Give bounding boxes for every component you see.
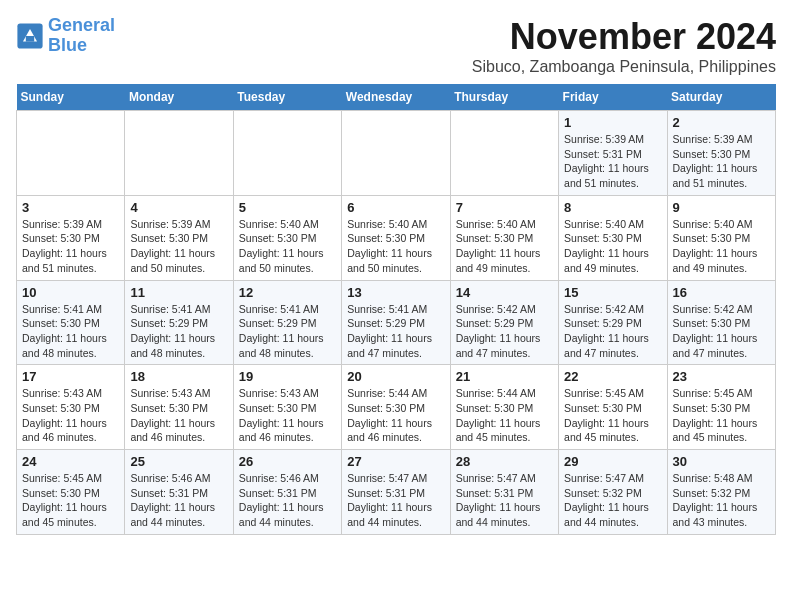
day-number: 11 — [130, 285, 227, 300]
calendar-cell: 27Sunrise: 5:47 AM Sunset: 5:31 PM Dayli… — [342, 450, 450, 535]
day-number: 29 — [564, 454, 661, 469]
day-info: Sunrise: 5:40 AM Sunset: 5:30 PM Dayligh… — [564, 217, 661, 276]
day-info: Sunrise: 5:43 AM Sunset: 5:30 PM Dayligh… — [130, 386, 227, 445]
calendar-cell — [342, 111, 450, 196]
logo-line2: Blue — [48, 36, 115, 56]
day-number: 2 — [673, 115, 770, 130]
calendar-cell: 19Sunrise: 5:43 AM Sunset: 5:30 PM Dayli… — [233, 365, 341, 450]
day-number: 21 — [456, 369, 553, 384]
day-info: Sunrise: 5:45 AM Sunset: 5:30 PM Dayligh… — [673, 386, 770, 445]
calendar-cell: 23Sunrise: 5:45 AM Sunset: 5:30 PM Dayli… — [667, 365, 775, 450]
day-info: Sunrise: 5:41 AM Sunset: 5:29 PM Dayligh… — [347, 302, 444, 361]
logo-icon — [16, 22, 44, 50]
day-info: Sunrise: 5:41 AM Sunset: 5:30 PM Dayligh… — [22, 302, 119, 361]
day-number: 6 — [347, 200, 444, 215]
logo-line1: General — [48, 15, 115, 35]
week-row-2: 10Sunrise: 5:41 AM Sunset: 5:30 PM Dayli… — [17, 280, 776, 365]
day-info: Sunrise: 5:47 AM Sunset: 5:31 PM Dayligh… — [456, 471, 553, 530]
day-number: 7 — [456, 200, 553, 215]
day-info: Sunrise: 5:44 AM Sunset: 5:30 PM Dayligh… — [456, 386, 553, 445]
day-info: Sunrise: 5:40 AM Sunset: 5:30 PM Dayligh… — [673, 217, 770, 276]
day-info: Sunrise: 5:39 AM Sunset: 5:30 PM Dayligh… — [130, 217, 227, 276]
week-row-3: 17Sunrise: 5:43 AM Sunset: 5:30 PM Dayli… — [17, 365, 776, 450]
calendar-cell — [125, 111, 233, 196]
day-number: 15 — [564, 285, 661, 300]
logo-text: General Blue — [48, 16, 115, 56]
day-info: Sunrise: 5:39 AM Sunset: 5:30 PM Dayligh… — [673, 132, 770, 191]
day-number: 27 — [347, 454, 444, 469]
calendar-cell: 1Sunrise: 5:39 AM Sunset: 5:31 PM Daylig… — [559, 111, 667, 196]
header-friday: Friday — [559, 84, 667, 111]
day-number: 17 — [22, 369, 119, 384]
day-number: 25 — [130, 454, 227, 469]
calendar-cell: 3Sunrise: 5:39 AM Sunset: 5:30 PM Daylig… — [17, 195, 125, 280]
week-row-4: 24Sunrise: 5:45 AM Sunset: 5:30 PM Dayli… — [17, 450, 776, 535]
calendar-cell: 29Sunrise: 5:47 AM Sunset: 5:32 PM Dayli… — [559, 450, 667, 535]
day-number: 10 — [22, 285, 119, 300]
day-info: Sunrise: 5:41 AM Sunset: 5:29 PM Dayligh… — [239, 302, 336, 361]
day-info: Sunrise: 5:40 AM Sunset: 5:30 PM Dayligh… — [347, 217, 444, 276]
day-number: 22 — [564, 369, 661, 384]
calendar-cell — [17, 111, 125, 196]
day-info: Sunrise: 5:39 AM Sunset: 5:30 PM Dayligh… — [22, 217, 119, 276]
calendar-cell: 25Sunrise: 5:46 AM Sunset: 5:31 PM Dayli… — [125, 450, 233, 535]
day-number: 24 — [22, 454, 119, 469]
calendar-cell: 28Sunrise: 5:47 AM Sunset: 5:31 PM Dayli… — [450, 450, 558, 535]
calendar-cell: 14Sunrise: 5:42 AM Sunset: 5:29 PM Dayli… — [450, 280, 558, 365]
header-tuesday: Tuesday — [233, 84, 341, 111]
calendar-title: November 2024 — [472, 16, 776, 58]
day-number: 1 — [564, 115, 661, 130]
day-info: Sunrise: 5:44 AM Sunset: 5:30 PM Dayligh… — [347, 386, 444, 445]
calendar-cell: 18Sunrise: 5:43 AM Sunset: 5:30 PM Dayli… — [125, 365, 233, 450]
day-number: 18 — [130, 369, 227, 384]
day-number: 23 — [673, 369, 770, 384]
calendar-table: SundayMondayTuesdayWednesdayThursdayFrid… — [16, 84, 776, 535]
day-info: Sunrise: 5:46 AM Sunset: 5:31 PM Dayligh… — [130, 471, 227, 530]
week-row-1: 3Sunrise: 5:39 AM Sunset: 5:30 PM Daylig… — [17, 195, 776, 280]
calendar-cell: 12Sunrise: 5:41 AM Sunset: 5:29 PM Dayli… — [233, 280, 341, 365]
svg-rect-2 — [26, 36, 34, 42]
day-info: Sunrise: 5:47 AM Sunset: 5:31 PM Dayligh… — [347, 471, 444, 530]
calendar-subtitle: Sibuco, Zamboanga Peninsula, Philippines — [472, 58, 776, 76]
calendar-cell: 17Sunrise: 5:43 AM Sunset: 5:30 PM Dayli… — [17, 365, 125, 450]
day-number: 30 — [673, 454, 770, 469]
calendar-cell: 11Sunrise: 5:41 AM Sunset: 5:29 PM Dayli… — [125, 280, 233, 365]
calendar-cell: 4Sunrise: 5:39 AM Sunset: 5:30 PM Daylig… — [125, 195, 233, 280]
calendar-cell: 10Sunrise: 5:41 AM Sunset: 5:30 PM Dayli… — [17, 280, 125, 365]
day-number: 4 — [130, 200, 227, 215]
header-monday: Monday — [125, 84, 233, 111]
week-row-0: 1Sunrise: 5:39 AM Sunset: 5:31 PM Daylig… — [17, 111, 776, 196]
day-info: Sunrise: 5:42 AM Sunset: 5:29 PM Dayligh… — [564, 302, 661, 361]
day-number: 5 — [239, 200, 336, 215]
day-info: Sunrise: 5:48 AM Sunset: 5:32 PM Dayligh… — [673, 471, 770, 530]
day-info: Sunrise: 5:45 AM Sunset: 5:30 PM Dayligh… — [564, 386, 661, 445]
header-sunday: Sunday — [17, 84, 125, 111]
day-number: 8 — [564, 200, 661, 215]
day-info: Sunrise: 5:40 AM Sunset: 5:30 PM Dayligh… — [456, 217, 553, 276]
day-info: Sunrise: 5:41 AM Sunset: 5:29 PM Dayligh… — [130, 302, 227, 361]
calendar-cell: 20Sunrise: 5:44 AM Sunset: 5:30 PM Dayli… — [342, 365, 450, 450]
day-info: Sunrise: 5:47 AM Sunset: 5:32 PM Dayligh… — [564, 471, 661, 530]
header-thursday: Thursday — [450, 84, 558, 111]
calendar-cell: 30Sunrise: 5:48 AM Sunset: 5:32 PM Dayli… — [667, 450, 775, 535]
day-info: Sunrise: 5:42 AM Sunset: 5:29 PM Dayligh… — [456, 302, 553, 361]
header-wednesday: Wednesday — [342, 84, 450, 111]
calendar-cell: 9Sunrise: 5:40 AM Sunset: 5:30 PM Daylig… — [667, 195, 775, 280]
day-number: 12 — [239, 285, 336, 300]
calendar-header-row: SundayMondayTuesdayWednesdayThursdayFrid… — [17, 84, 776, 111]
calendar-cell: 26Sunrise: 5:46 AM Sunset: 5:31 PM Dayli… — [233, 450, 341, 535]
calendar-cell: 24Sunrise: 5:45 AM Sunset: 5:30 PM Dayli… — [17, 450, 125, 535]
day-number: 16 — [673, 285, 770, 300]
day-number: 28 — [456, 454, 553, 469]
day-info: Sunrise: 5:42 AM Sunset: 5:30 PM Dayligh… — [673, 302, 770, 361]
day-number: 14 — [456, 285, 553, 300]
calendar-cell: 6Sunrise: 5:40 AM Sunset: 5:30 PM Daylig… — [342, 195, 450, 280]
day-number: 19 — [239, 369, 336, 384]
calendar-cell: 15Sunrise: 5:42 AM Sunset: 5:29 PM Dayli… — [559, 280, 667, 365]
calendar-cell — [233, 111, 341, 196]
day-info: Sunrise: 5:43 AM Sunset: 5:30 PM Dayligh… — [22, 386, 119, 445]
header-saturday: Saturday — [667, 84, 775, 111]
day-number: 9 — [673, 200, 770, 215]
day-info: Sunrise: 5:39 AM Sunset: 5:31 PM Dayligh… — [564, 132, 661, 191]
calendar-cell: 22Sunrise: 5:45 AM Sunset: 5:30 PM Dayli… — [559, 365, 667, 450]
